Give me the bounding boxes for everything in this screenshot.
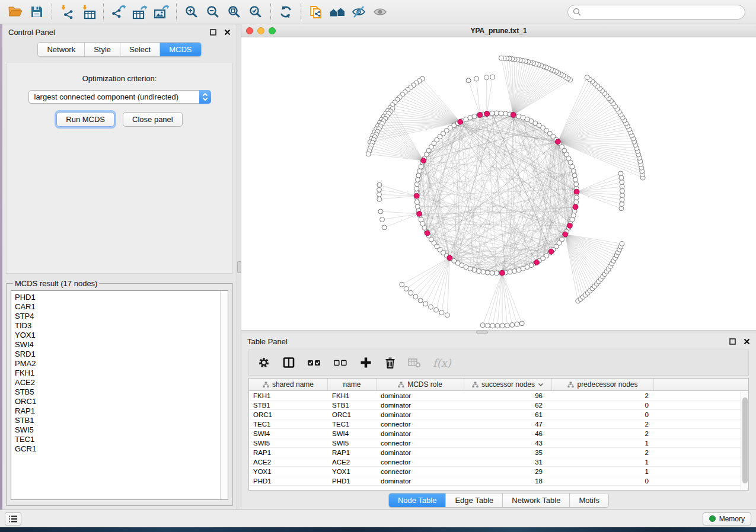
shared-column-icon	[398, 382, 404, 388]
mcds-result-item[interactable]: TEC1	[15, 435, 219, 444]
table-row[interactable]: SWI4SWI4dominator462	[249, 429, 741, 438]
show-columns-icon[interactable]	[282, 356, 295, 369]
column-header-predecessor-nodes[interactable]: predecessor nodes	[552, 379, 654, 390]
zoom-fit-icon[interactable]	[224, 2, 245, 22]
tab-network[interactable]: Network	[38, 43, 85, 56]
mcds-result-item[interactable]: FKH1	[15, 368, 219, 378]
float-table-panel-icon[interactable]	[729, 338, 736, 345]
select-all-icon[interactable]	[307, 358, 321, 367]
criterion-dropdown[interactable]: largest connected component (undirected)	[28, 90, 211, 104]
network-canvas[interactable]	[241, 37, 756, 330]
search-input[interactable]	[567, 5, 745, 20]
table-tab-motifs[interactable]: Motifs	[570, 493, 608, 507]
table-scrollbar[interactable]	[741, 392, 748, 490]
zoom-selected-icon[interactable]	[245, 2, 266, 22]
save-session-icon[interactable]	[26, 2, 47, 22]
table-row[interactable]: YOX1YOX1connector291	[249, 467, 741, 476]
table-row[interactable]: RAP1RAP1dominator352	[249, 448, 741, 457]
table-row[interactable]: FKH1FKH1dominator962	[249, 391, 741, 400]
criterion-value: largest connected component (undirected)	[29, 92, 199, 101]
table-row[interactable]: STB1STB1dominator620	[249, 400, 741, 410]
delete-table-icon	[408, 357, 421, 368]
column-header-name[interactable]: name	[328, 379, 377, 390]
mcds-result-item[interactable]: RAP1	[15, 406, 219, 416]
mcds-result-legend: MCDS result (17 nodes)	[13, 279, 99, 288]
mcds-result-box: MCDS result (17 nodes) PHD1CAR1STP4TID3Y…	[6, 279, 233, 506]
result-scrollbar[interactable]	[220, 291, 228, 499]
toolbar-separator	[52, 4, 52, 20]
table-panel: Table Panel	[241, 334, 756, 509]
deselect-all-icon[interactable]	[333, 358, 347, 367]
zoom-in-icon[interactable]	[181, 2, 202, 22]
mcds-result-item[interactable]: STP4	[15, 312, 219, 321]
table-tabs: Node TableEdge TableNetwork TableMotifs	[388, 493, 609, 508]
close-panel-button[interactable]: Close panel	[123, 112, 183, 127]
vertical-splitter[interactable]	[237, 24, 241, 509]
run-mcds-button[interactable]: Run MCDS	[56, 112, 114, 127]
function-builder-icon: f(x)	[433, 357, 451, 369]
export-network-icon[interactable]	[108, 2, 129, 22]
open-file-icon[interactable]	[5, 2, 26, 22]
status-bar: Memory	[0, 509, 756, 527]
column-header-MCDS-role[interactable]: MCDS role	[377, 379, 464, 390]
import-table-icon[interactable]	[78, 2, 99, 22]
table-settings-icon[interactable]	[257, 356, 270, 369]
add-row-icon[interactable]	[359, 356, 372, 369]
toolbar-separator	[301, 4, 301, 20]
tab-mcds[interactable]: MCDS	[160, 43, 200, 56]
mcds-result-item[interactable]: STB5	[15, 387, 219, 397]
table-row[interactable]: ACE2ACE2connector311	[249, 457, 741, 467]
mcds-result-item[interactable]: PHD1	[15, 293, 219, 302]
mcds-result-item[interactable]: YOX1	[15, 331, 219, 340]
mcds-result-item[interactable]: SWI5	[15, 425, 219, 435]
control-tabs: NetworkStyleSelectMCDS	[37, 42, 201, 57]
show-all-icon[interactable]	[369, 2, 391, 22]
first-neighbors-icon[interactable]	[327, 2, 348, 22]
refresh-icon[interactable]	[275, 2, 296, 22]
table-row[interactable]: TEC1TEC1connector472	[249, 419, 741, 429]
close-panel-icon[interactable]	[224, 28, 231, 36]
hide-selected-icon[interactable]	[348, 2, 369, 22]
mcds-result-item[interactable]: SRD1	[15, 350, 219, 359]
delete-row-icon[interactable]	[384, 356, 396, 369]
sort-chevron-icon	[538, 383, 544, 387]
table-tab-network-table[interactable]: Network Table	[503, 493, 570, 507]
mcds-result-item[interactable]: GCR1	[15, 444, 219, 454]
column-header-successor-nodes[interactable]: successor nodes	[464, 379, 552, 390]
table-row[interactable]: ORC1ORC1dominator610	[249, 410, 741, 419]
panel-list-button[interactable]	[5, 512, 21, 525]
mcds-result-item[interactable]: PMA2	[15, 359, 219, 368]
network-documents-icon[interactable]	[305, 2, 327, 22]
mcds-result-item[interactable]: ACE2	[15, 378, 219, 387]
table-tab-node-table[interactable]: Node Table	[389, 493, 446, 507]
close-table-panel-icon[interactable]	[743, 338, 750, 345]
tab-style[interactable]: Style	[85, 43, 120, 56]
table-body: FKH1FKH1dominator962STB1STB1dominator620…	[249, 391, 748, 490]
memory-button[interactable]: Memory	[703, 512, 751, 525]
scrollbar-thumb[interactable]	[742, 398, 748, 483]
dropdown-spinner-icon	[199, 90, 211, 104]
zoom-out-icon[interactable]	[202, 2, 224, 22]
mcds-result-item[interactable]: STB1	[15, 416, 219, 425]
mcds-result-item[interactable]: TID3	[15, 321, 219, 331]
float-panel-icon[interactable]	[209, 28, 216, 36]
optimization-criterion-label: Optimization criterion:	[7, 74, 232, 83]
mcds-result-list[interactable]: PHD1CAR1STP4TID3YOX1SWI4SRD1PMA2FKH1ACE2…	[12, 291, 219, 499]
table-row[interactable]: PHD1PHD1dominator180	[249, 476, 741, 486]
memory-status-icon	[709, 515, 716, 522]
mcds-options-panel: Optimization criterion: largest connecte…	[6, 63, 233, 274]
mcds-result-item[interactable]: ORC1	[15, 397, 219, 406]
import-network-icon[interactable]	[56, 2, 78, 22]
mcds-result-item[interactable]: CAR1	[15, 302, 219, 312]
table-row[interactable]: SWI5SWI5connector431	[249, 438, 741, 448]
control-panel: Control Panel NetworkStyleSelectMCDS Opt…	[2, 24, 237, 509]
tab-select[interactable]: Select	[120, 43, 160, 56]
export-image-icon[interactable]	[151, 2, 172, 22]
mcds-result-item[interactable]: SWI4	[15, 340, 219, 350]
export-table-icon[interactable]	[129, 2, 151, 22]
horizontal-splitter[interactable]	[241, 330, 756, 334]
column-header-shared-name[interactable]: shared name	[249, 379, 328, 390]
table-tab-edge-table[interactable]: Edge Table	[446, 493, 503, 507]
toolbar-separator	[176, 4, 177, 20]
memory-label: Memory	[719, 515, 745, 523]
